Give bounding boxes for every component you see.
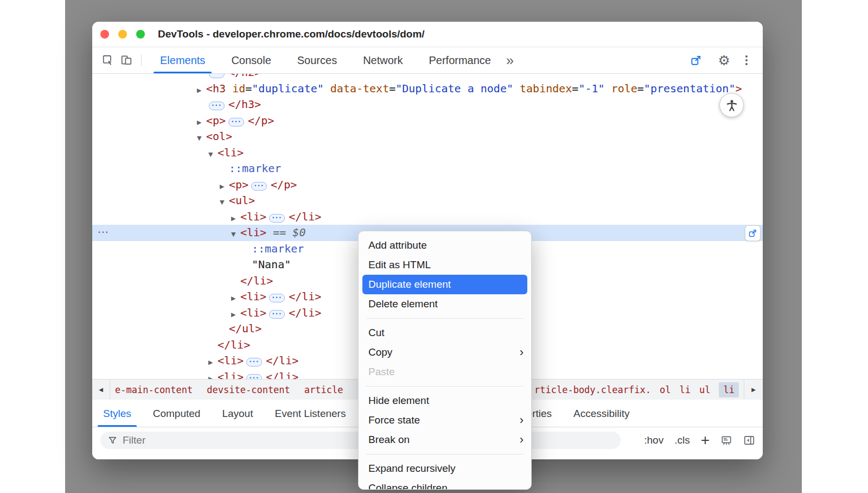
code-token: ::marker xyxy=(229,162,281,175)
tree-row[interactable]: ▶<p>•••</p> xyxy=(92,177,763,193)
menu-item-expand-recursively[interactable]: Expand recursively xyxy=(359,459,531,478)
breadcrumb-item[interactable]: e-main-content xyxy=(115,384,193,395)
element-classes-toggle[interactable]: .cls xyxy=(674,434,690,446)
inline-expand-icon[interactable]: ••• xyxy=(209,74,225,78)
menu-item-break-on[interactable]: Break on› xyxy=(359,430,531,450)
tab-sources[interactable]: Sources xyxy=(284,47,350,73)
square-arrow-icon[interactable] xyxy=(687,51,705,69)
more-tabs-icon[interactable]: » xyxy=(506,53,514,68)
menu-item-delete-element[interactable]: Delete element xyxy=(359,294,531,314)
code-token: <ul> xyxy=(229,194,255,207)
minimize-button[interactable] xyxy=(118,30,127,39)
tab-network[interactable]: Network xyxy=(350,47,416,73)
accessibility-person-icon xyxy=(725,98,739,112)
code-token: </li> xyxy=(218,338,250,351)
devtools-toolbar: ElementsConsoleSourcesNetworkPerformance… xyxy=(92,47,763,74)
inline-expand-icon[interactable]: ••• xyxy=(269,310,285,319)
submenu-chevron-icon: › xyxy=(520,343,524,362)
tree-row[interactable]: ▶<li>•••</li> xyxy=(92,209,763,225)
code-token: = xyxy=(389,82,395,95)
breadcrumb-scroll-left-icon[interactable]: ◀ xyxy=(92,380,110,400)
tree-row[interactable]: ▶<p>•••</p> xyxy=(92,113,763,129)
disclosure-collapsed-icon[interactable]: ▶ xyxy=(197,83,206,99)
disclosure-collapsed-icon[interactable]: ▶ xyxy=(220,179,229,195)
pseudo-state-toggle[interactable]: :hov xyxy=(644,434,663,446)
breadcrumb-scroll-right-icon[interactable]: ▶ xyxy=(744,380,763,400)
code-token: "Nana" xyxy=(252,258,291,271)
breadcrumb-item[interactable]: li xyxy=(679,384,690,395)
tree-row[interactable]: •••</h2> xyxy=(92,74,763,81)
zoom-button[interactable] xyxy=(136,30,145,39)
disclosure-expanded-icon[interactable]: ▼ xyxy=(208,147,218,163)
close-button[interactable] xyxy=(100,30,109,39)
toolbar-right-icons: ⚙ xyxy=(687,51,750,69)
tab-performance[interactable]: Performance xyxy=(416,47,505,73)
tree-row[interactable]: ▼<ol> xyxy=(92,129,763,145)
inline-expand-icon[interactable]: ••• xyxy=(246,374,262,380)
tree-row[interactable]: ▶<h3 id="duplicate" data-text="Duplicate… xyxy=(92,81,763,97)
inline-expand-icon[interactable]: ••• xyxy=(209,102,225,110)
breadcrumb-item[interactable]: ul xyxy=(699,384,710,395)
styles-board-icon[interactable] xyxy=(720,434,732,446)
tab-elements[interactable]: Elements xyxy=(147,47,218,73)
tab-styles[interactable]: Styles xyxy=(92,400,142,427)
menu-item-edit-as-html[interactable]: Edit as HTML xyxy=(359,255,531,275)
tree-row[interactable]: ::marker xyxy=(92,161,763,177)
menu-item-add-attribute[interactable]: Add attribute xyxy=(359,236,531,255)
inspect-element-icon[interactable] xyxy=(99,51,117,69)
more-actions-icon[interactable]: ⋯ xyxy=(98,224,108,241)
inline-expand-icon[interactable]: ••• xyxy=(228,118,244,127)
tab-accessibility[interactable]: Accessibility xyxy=(563,400,640,427)
code-token: "-1" xyxy=(578,82,604,95)
disclosure-collapsed-icon[interactable]: ▶ xyxy=(208,371,218,380)
disclosure-collapsed-icon[interactable]: ▶ xyxy=(231,211,240,227)
breadcrumb-item[interactable]: ol xyxy=(660,384,671,395)
more-options-kebab-icon[interactable] xyxy=(743,53,750,67)
code-token: = xyxy=(572,82,578,95)
tab-console[interactable]: Console xyxy=(218,47,284,73)
disclosure-collapsed-icon[interactable]: ▶ xyxy=(208,355,218,371)
disclosure-collapsed-icon[interactable]: ▶ xyxy=(231,307,240,323)
tab-event-listeners[interactable]: Event Listeners xyxy=(264,400,356,427)
code-token: > xyxy=(735,82,742,95)
inline-expand-icon[interactable]: ••• xyxy=(269,214,285,223)
tab-computed[interactable]: Computed xyxy=(142,400,212,427)
submenu-chevron-icon: › xyxy=(520,410,524,430)
disclosure-expanded-icon[interactable]: ▼ xyxy=(197,130,206,147)
breadcrumb-item-selected[interactable]: li xyxy=(719,382,738,397)
inline-expand-icon[interactable]: ••• xyxy=(251,182,267,191)
code-token xyxy=(226,82,232,95)
tab-layout[interactable]: Layout xyxy=(211,400,264,427)
node-action-badge[interactable] xyxy=(745,225,761,241)
new-style-rule-button[interactable]: + xyxy=(701,433,710,448)
menu-item-cut[interactable]: Cut xyxy=(359,323,531,343)
disclosure-expanded-icon[interactable]: ▼ xyxy=(231,226,240,243)
device-toolbar-icon[interactable] xyxy=(117,51,136,69)
disclosure-collapsed-icon[interactable]: ▶ xyxy=(231,290,240,307)
context-menu: Add attributeEdit as HTMLDuplicate eleme… xyxy=(358,231,532,490)
tree-row[interactable]: ▼<ul> xyxy=(92,193,763,209)
settings-gear-icon[interactable]: ⚙ xyxy=(718,54,730,67)
menu-item-collapse-children[interactable]: Collapse children xyxy=(359,478,531,490)
disclosure-collapsed-icon[interactable]: ▶ xyxy=(197,115,206,131)
breadcrumb-item[interactable]: rticle-body.clearfix. xyxy=(534,384,651,395)
menu-item-hide-element[interactable]: Hide element xyxy=(359,391,531,410)
menu-item-force-state[interactable]: Force state› xyxy=(359,410,531,430)
breadcrumb-item[interactable]: devsite-content xyxy=(207,384,290,395)
menu-item-paste[interactable]: Paste xyxy=(359,362,531,382)
disclosure-expanded-icon[interactable]: ▼ xyxy=(220,194,229,211)
code-token: <ol> xyxy=(206,130,232,143)
tree-row[interactable]: •••</h3> xyxy=(92,97,763,113)
code-token: <li> xyxy=(240,306,266,319)
menu-item-copy[interactable]: Copy› xyxy=(359,343,531,362)
accessibility-button[interactable] xyxy=(719,93,744,117)
tree-row[interactable]: ▼<li> xyxy=(92,145,763,161)
toggle-sidebar-icon[interactable] xyxy=(743,434,755,446)
styles-filter-input[interactable] xyxy=(123,434,340,446)
inline-expand-icon[interactable]: ••• xyxy=(269,294,285,302)
inline-expand-icon[interactable]: ••• xyxy=(246,358,262,366)
code-token: <li> xyxy=(218,370,244,380)
filter-funnel-icon xyxy=(108,436,117,445)
breadcrumb-item[interactable]: article xyxy=(304,384,343,395)
menu-item-duplicate-element[interactable]: Duplicate element xyxy=(362,275,527,294)
